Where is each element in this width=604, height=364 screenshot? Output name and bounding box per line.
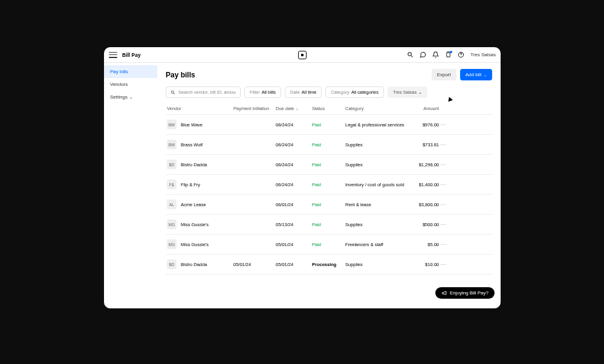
filter-pill-category[interactable]: Category All categories — [325, 86, 383, 98]
row-more-icon[interactable]: ⋯ — [439, 161, 447, 168]
table-row[interactable]: BWBlue Wave06/24/24PaidLegal & professio… — [166, 115, 492, 135]
due-date-cell: 05/01/24 — [276, 262, 312, 267]
table-row[interactable]: MGMiss Gussie's05/13/24PaidSupplies$500.… — [166, 215, 492, 235]
sidebar: Pay bills Vendors Settings ⌄ — [104, 63, 157, 308]
vendor-cell: MGMiss Gussie's — [167, 219, 233, 229]
vendor-avatar: F& — [167, 180, 177, 189]
table-row[interactable]: MGMiss Gussie's05/01/24PaidFreelancers &… — [166, 235, 492, 255]
col-category[interactable]: Category — [345, 106, 406, 111]
feedback-button[interactable]: Enjoying Bill Pay? — [435, 287, 495, 299]
add-bill-label: Add bill — [466, 72, 481, 77]
search-wrap[interactable] — [166, 86, 241, 98]
filter-pill-location[interactable]: Tres Salsas ⌄ — [388, 86, 427, 98]
vendor-cell: BWBrass Wolf — [167, 140, 233, 149]
vendor-avatar: BD — [167, 259, 177, 269]
megaphone-icon — [441, 290, 447, 296]
vendor-cell: F&Flip & Fry — [167, 180, 233, 189]
header-right: Tres Salsas — [407, 51, 496, 58]
amount-cell: $500.00 — [406, 222, 439, 227]
due-date-cell: 06/24/24 — [276, 142, 312, 148]
row-more-icon[interactable]: ⋯ — [439, 122, 447, 128]
vendor-cell: MGMiss Gussie's — [167, 239, 233, 249]
row-more-icon[interactable]: ⋯ — [439, 221, 447, 228]
vendor-avatar: MG — [167, 219, 177, 229]
app-window: Bill Pay Tres Salsas Pay bi — [104, 47, 501, 308]
vendor-cell: ALAcme Lease — [167, 200, 233, 209]
table-header-row: Vendor Payment initiation Due date ↓ Sta… — [166, 103, 492, 115]
sort-desc-icon: ↓ — [296, 106, 298, 111]
filter-label: Date — [290, 89, 300, 95]
svg-line-5 — [174, 93, 175, 94]
col-due-date[interactable]: Due date ↓ — [276, 106, 312, 111]
amount-cell: $3,800.00 — [406, 202, 439, 207]
menu-icon[interactable] — [109, 51, 117, 59]
notification-dot-icon — [450, 51, 452, 53]
chevron-down-icon: ⌄ — [484, 73, 487, 77]
amount-cell: $733.81 — [406, 142, 439, 148]
help-icon[interactable] — [458, 51, 464, 58]
category-cell: Supplies — [345, 142, 406, 148]
amount-cell: $1,400.00 — [406, 182, 439, 187]
vendor-cell: BWBlue Wave — [167, 120, 233, 129]
amount-cell: $5.00 — [406, 242, 439, 247]
page-header: Pay bills Export Add bill ⌄ — [166, 69, 492, 80]
table-row[interactable]: BWBrass Wolf06/24/24PaidSupplies$733.81⋯ — [166, 135, 492, 155]
sidebar-item-settings[interactable]: Settings ⌄ — [104, 91, 157, 103]
vendor-name: Brass Wolf — [181, 142, 203, 148]
search-input[interactable] — [178, 89, 236, 95]
table-row[interactable]: BDBistro Dadda05/01/2405/01/24Processing… — [166, 255, 492, 275]
sidebar-item-pay-bills[interactable]: Pay bills — [104, 65, 157, 78]
row-more-icon[interactable]: ⋯ — [439, 261, 447, 268]
vendor-name: Bistro Dadda — [181, 262, 207, 267]
col-amount[interactable]: Amount — [406, 106, 439, 111]
filter-pill-bills[interactable]: Filter All bills — [244, 86, 281, 98]
search-icon[interactable] — [407, 51, 414, 58]
row-more-icon[interactable]: ⋯ — [439, 241, 447, 248]
search-icon — [170, 90, 175, 95]
status-cell: Paid — [312, 222, 345, 227]
filter-value: All time — [302, 89, 317, 95]
row-more-icon[interactable]: ⋯ — [439, 141, 447, 148]
header-actions: Export Add bill ⌄ — [432, 69, 492, 80]
due-date-cell: 06/01/24 — [276, 202, 312, 207]
filter-value: Tres Salsas — [393, 89, 417, 95]
col-vendor[interactable]: Vendor — [167, 106, 233, 111]
category-cell: Supplies — [345, 222, 406, 227]
filter-pill-date[interactable]: Date All time — [285, 86, 322, 98]
svg-line-1 — [411, 56, 413, 57]
square-logo-icon — [298, 51, 307, 59]
vendor-name: Miss Gussie's — [181, 242, 209, 247]
amount-cell: $10.00 — [406, 262, 439, 267]
clipboard-icon[interactable] — [445, 51, 452, 58]
category-cell: Rent & lease — [345, 202, 406, 207]
category-cell: Freelancers & staff — [345, 242, 406, 247]
col-payment-initiation[interactable]: Payment initiation — [233, 106, 276, 111]
table-row[interactable]: F&Flip & Fry06/24/24PaidInventory / cost… — [166, 175, 492, 195]
table-row[interactable]: BDBistro Dadda06/24/24PaidSupplies$1,298… — [166, 155, 492, 175]
bell-icon[interactable] — [432, 51, 439, 58]
col-status[interactable]: Status — [312, 106, 345, 111]
chat-icon[interactable] — [420, 51, 426, 58]
vendor-name: Flip & Fry — [181, 182, 200, 187]
svg-point-4 — [171, 91, 174, 93]
table-row[interactable]: ALAcme Lease06/01/24PaidRent & lease$3,8… — [166, 195, 492, 215]
export-button[interactable]: Export — [432, 69, 456, 80]
status-cell: Paid — [312, 242, 345, 247]
sidebar-item-vendors[interactable]: Vendors — [104, 78, 157, 91]
vendor-avatar: BD — [167, 160, 177, 169]
filter-value: All bills — [262, 89, 276, 95]
category-cell: Supplies — [345, 262, 406, 267]
filter-label: Category — [331, 89, 349, 95]
row-more-icon[interactable]: ⋯ — [439, 201, 447, 208]
status-cell: Paid — [312, 202, 345, 207]
vendor-name: Acme Lease — [181, 202, 206, 207]
sidebar-item-label: Settings — [110, 94, 128, 100]
row-more-icon[interactable]: ⋯ — [439, 181, 447, 188]
main-content: Pay bills Export Add bill ⌄ Filter All b… — [157, 63, 501, 308]
sidebar-item-label: Vendors — [110, 82, 128, 87]
add-bill-button[interactable]: Add bill ⌄ — [460, 69, 492, 80]
amount-cell: $976.00 — [406, 122, 439, 128]
vendor-name: Bistro Dadda — [181, 162, 207, 167]
merchant-name[interactable]: Tres Salsas — [470, 52, 496, 57]
svg-rect-2 — [447, 53, 450, 57]
